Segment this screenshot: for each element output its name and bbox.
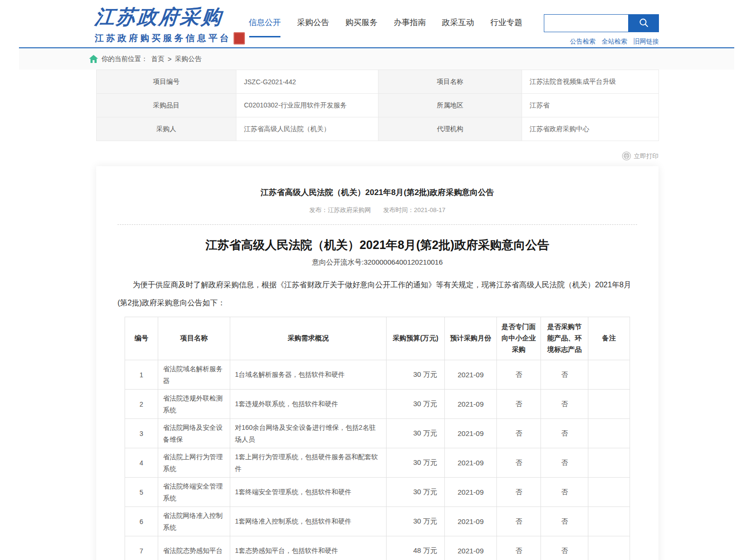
table-header-cell: 编号 bbox=[125, 317, 158, 360]
cell-sme-flag: 否 bbox=[497, 419, 541, 448]
nav-item[interactable]: 购买服务 bbox=[345, 17, 378, 37]
cell-no: 7 bbox=[125, 536, 158, 560]
cell-month: 2021-09 bbox=[445, 478, 497, 507]
table-row: 5 省法院终端安全管理系统 1套终端安全管理系统，包括软件和硬件 30 万元 2… bbox=[125, 478, 630, 507]
info-label: 采购品目 bbox=[97, 94, 236, 117]
cell-green-flag: 否 bbox=[541, 360, 588, 390]
nav-item-label: 购买服务 bbox=[345, 18, 378, 27]
info-value: C02010302-行业应用软件开发服务 bbox=[236, 94, 379, 117]
cell-sme-flag: 否 bbox=[497, 507, 541, 536]
info-label: 项目编号 bbox=[97, 70, 236, 94]
search-input[interactable] bbox=[544, 14, 628, 32]
breadcrumb: 你的当前位置： 首页 > 采购公告 bbox=[19, 48, 734, 70]
search-link[interactable]: 全站检索 bbox=[602, 37, 627, 46]
table-header-cell: 项目名称 bbox=[158, 317, 230, 360]
magnifier-icon bbox=[639, 18, 649, 29]
cell-no: 4 bbox=[125, 448, 158, 478]
publisher: 江苏政府采购网 bbox=[328, 206, 371, 213]
cell-project-name: 省法院态势感知平台 bbox=[158, 536, 230, 560]
table-header-cell: 备注 bbox=[588, 317, 630, 360]
cell-month: 2021-09 bbox=[445, 360, 497, 390]
announcement-heading: 江苏省高级人民法院（机关）2021年8月(第2批)政府采购意向公告 bbox=[117, 237, 637, 253]
cell-project-name: 省法院终端安全管理系统 bbox=[158, 478, 230, 507]
cell-no: 6 bbox=[125, 507, 158, 536]
announcement-paragraph: 为便于供应商及时了解政府采购信息，根据《江苏省财政厅关于做好意向公开工作的通知》… bbox=[117, 276, 637, 312]
table-row: 3 省法院网络及安全设备维保 对160余台网络及安全设备进行维保，包括2名驻场人… bbox=[125, 419, 630, 448]
cell-green-flag: 否 bbox=[541, 507, 588, 536]
cell-demand-summary: 1套终端安全管理系统，包括软件和硬件 bbox=[230, 478, 387, 507]
printer-icon bbox=[622, 151, 631, 160]
cell-no: 3 bbox=[125, 419, 158, 448]
cell-month: 2021-09 bbox=[445, 536, 497, 560]
cell-no: 5 bbox=[125, 478, 158, 507]
cell-sme-flag: 否 bbox=[497, 448, 541, 478]
cell-budget: 30 万元 bbox=[387, 448, 445, 478]
info-label: 采购人 bbox=[97, 117, 236, 141]
search-link[interactable]: 公告检索 bbox=[570, 37, 595, 46]
logo-subtitle-row: 江苏政府购买服务信息平台 bbox=[95, 32, 245, 44]
cell-no: 2 bbox=[125, 390, 158, 419]
cell-sme-flag: 否 bbox=[497, 390, 541, 419]
table-header-cell: 采购预算(万元) bbox=[387, 317, 445, 360]
cell-note bbox=[588, 390, 630, 419]
logo-subtitle: 江苏政府购买服务信息平台 bbox=[95, 32, 231, 44]
search-links: 公告检索 全站检索 旧网链接 bbox=[544, 37, 659, 46]
logo-title: 江苏政府采购 bbox=[94, 4, 246, 30]
cell-budget: 30 万元 bbox=[387, 419, 445, 448]
print-button-label: 立即打印 bbox=[634, 152, 658, 160]
cell-project-name: 省法院网络及安全设备维保 bbox=[158, 419, 230, 448]
dashed-divider bbox=[117, 224, 637, 225]
cell-month: 2021-09 bbox=[445, 419, 497, 448]
breadcrumb-home-link[interactable]: 首页 bbox=[151, 55, 164, 63]
cell-budget: 30 万元 bbox=[387, 478, 445, 507]
search-link[interactable]: 旧网链接 bbox=[633, 37, 659, 46]
project-info-table: 项目编号 JSZC-G2021-442 项目名称 江苏法院音视频集成平台升级 采… bbox=[96, 70, 659, 141]
cell-green-flag: 否 bbox=[541, 419, 588, 448]
info-value: JSZC-G2021-442 bbox=[236, 70, 379, 94]
nav-item[interactable]: 采购公告 bbox=[297, 17, 329, 37]
cell-demand-summary: 1套违规外联系统，包括软件和硬件 bbox=[230, 390, 387, 419]
cell-sme-flag: 否 bbox=[497, 360, 541, 390]
nav-item[interactable]: 行业专题 bbox=[490, 17, 523, 37]
seal-icon bbox=[234, 32, 245, 44]
table-row: 6 省法院网络准入控制系统 1套网络准入控制系统，包括软件和硬件 30 万元 2… bbox=[125, 507, 630, 536]
cell-project-name: 省法院上网行为管理系统 bbox=[158, 448, 230, 478]
home-icon[interactable] bbox=[89, 55, 98, 63]
site-logo[interactable]: 江苏政府采购 江苏政府购买服务信息平台 bbox=[95, 4, 245, 44]
info-label: 所属地区 bbox=[379, 94, 522, 117]
print-button[interactable]: 立即打印 bbox=[622, 151, 658, 160]
cell-demand-summary: 1台域名解析服务器，包括软件和硬件 bbox=[230, 360, 387, 390]
cell-note bbox=[588, 507, 630, 536]
breadcrumb-separator: > bbox=[168, 55, 171, 63]
search-area: 公告检索 全站检索 旧网链接 bbox=[544, 14, 659, 46]
nav-item[interactable]: 政采互动 bbox=[442, 17, 474, 37]
cell-project-name: 省法院网络准入控制系统 bbox=[158, 507, 230, 536]
nav-item-label: 采购公告 bbox=[297, 18, 329, 27]
publish-time-label: 发布时间： bbox=[383, 206, 414, 213]
cell-note bbox=[588, 478, 630, 507]
nav-item-label: 办事指南 bbox=[394, 18, 426, 27]
publish-time: 2021-08-17 bbox=[414, 206, 446, 213]
info-value: 江苏省高级人民法院（机关） bbox=[236, 117, 379, 141]
cell-note bbox=[588, 360, 630, 390]
cell-budget: 30 万元 bbox=[387, 507, 445, 536]
main-nav: 信息公开 采购公告 购买服务 办事指南 政采互动 行业专题 bbox=[249, 17, 523, 37]
cell-project-name: 省法院违规外联检测系统 bbox=[158, 390, 230, 419]
cell-green-flag: 否 bbox=[541, 448, 588, 478]
cell-budget: 48 万元 bbox=[387, 536, 445, 560]
announcement-serial: 意向公开流水号:32000006400120210016 bbox=[117, 258, 637, 267]
breadcrumb-current: 采购公告 bbox=[175, 55, 201, 63]
nav-item-label: 政采互动 bbox=[442, 18, 474, 27]
cell-sme-flag: 否 bbox=[497, 478, 541, 507]
cell-month: 2021-09 bbox=[445, 390, 497, 419]
breadcrumb-prefix: 你的当前位置： bbox=[101, 55, 148, 63]
cell-note bbox=[588, 419, 630, 448]
table-row: 1 省法院域名解析服务器 1台域名解析服务器，包括软件和硬件 30 万元 202… bbox=[125, 360, 630, 390]
search-button[interactable] bbox=[628, 14, 659, 32]
nav-item[interactable]: 办事指南 bbox=[394, 17, 426, 37]
nav-item[interactable]: 信息公开 bbox=[249, 17, 281, 37]
table-row: 7 省法院态势感知平台 1套态势感知平台，包括软件和硬件 48 万元 2021-… bbox=[125, 536, 630, 560]
info-value: 江苏省 bbox=[522, 94, 659, 117]
site-header: 江苏政府采购 江苏政府购买服务信息平台 信息公开 采购公告 购买服务 办事指南 bbox=[0, 0, 739, 47]
procurement-table: 编号 项目名称 采购需求概况 采购预算(万元) 预计采购月份 是否专门面向中小企… bbox=[125, 317, 630, 560]
